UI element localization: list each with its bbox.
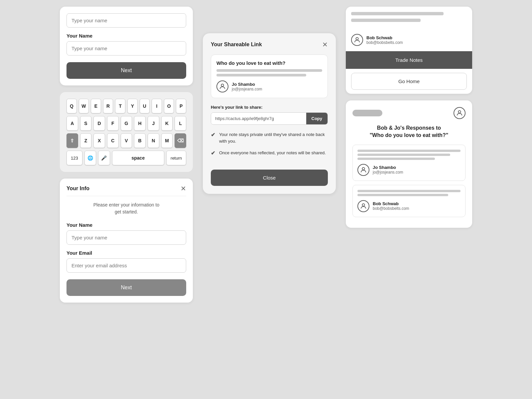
key-d[interactable]: D <box>93 116 105 131</box>
keyboard-card: Q W E R T Y U I O P A S D F G H J K <box>60 92 193 172</box>
column-3: Bob Schwab bob@bobsbelts.com Trade Notes… <box>346 7 472 228</box>
responses-avatar-icon <box>454 107 466 119</box>
info-close-button[interactable]: ✕ <box>181 185 186 192</box>
key-return[interactable]: return <box>166 151 186 165</box>
key-s[interactable]: S <box>80 116 92 131</box>
svg-point-2 <box>458 111 461 113</box>
column-1: Your Name Next Q W E R T Y U I O P A S <box>60 7 193 303</box>
key-k[interactable]: K <box>161 116 173 131</box>
top-input-field[interactable] <box>66 13 186 28</box>
key-f[interactable]: F <box>107 116 119 131</box>
tn-line-1 <box>351 12 444 15</box>
key-r[interactable]: R <box>103 99 113 113</box>
check-item-1: ✔ Your note stays private until they've … <box>211 131 328 144</box>
key-a[interactable]: A <box>66 116 78 131</box>
responses-nav-pill <box>352 110 382 116</box>
key-x[interactable]: X <box>93 133 105 148</box>
checkmark-icon-1: ✔ <box>211 132 215 138</box>
tn-line-2 <box>351 19 421 22</box>
svg-point-3 <box>362 167 364 170</box>
key-c[interactable]: C <box>107 133 119 148</box>
next-button[interactable]: Next <box>66 62 186 79</box>
response-item-2: Bob Schwab bob@bobsbelts.com <box>352 185 466 217</box>
info-subtitle: Please enter your information toget star… <box>66 201 186 215</box>
info-card-header: Your Info ✕ <box>66 185 186 196</box>
preview-avatar <box>216 80 228 92</box>
key-o[interactable]: O <box>164 99 174 113</box>
share-title: Your Shareable Link <box>211 42 262 48</box>
key-backspace[interactable]: ⌫ <box>175 133 186 148</box>
svg-point-4 <box>362 203 364 206</box>
responses-title: Bob & Jo's Responses to"Who do you love … <box>352 124 466 139</box>
tn-user-name: Bob Schwab <box>366 35 403 40</box>
trade-notes-card: Bob Schwab bob@bobsbelts.com Trade Notes… <box>346 7 472 94</box>
key-u[interactable]: U <box>140 99 150 113</box>
key-i[interactable]: I <box>152 99 162 113</box>
key-m[interactable]: M <box>161 133 173 148</box>
trade-notes-top: Bob Schwab bob@bobsbelts.com <box>346 7 472 51</box>
preview-card: Who do you love to eat with? Jo Shambo j… <box>211 55 328 98</box>
key-globe[interactable]: 🌐 <box>84 151 96 165</box>
info-email-label: Your Email <box>66 250 186 256</box>
key-y[interactable]: Y <box>127 99 138 113</box>
checkmark-icon-2: ✔ <box>211 150 215 156</box>
info-name-input[interactable] <box>66 230 186 245</box>
svg-point-0 <box>221 84 223 86</box>
close-button[interactable]: Close <box>211 170 328 186</box>
ri2-user-email: bob@bobsbelts.com <box>373 206 409 211</box>
copy-button[interactable]: Copy <box>306 113 328 124</box>
share-close-button[interactable]: ✕ <box>322 41 328 48</box>
key-v[interactable]: V <box>121 133 132 148</box>
check-item-2: ✔ Once everyone has reflected, your note… <box>211 150 328 156</box>
ri2-avatar-row: Bob Schwab bob@bobsbelts.com <box>357 200 461 212</box>
keyboard-row-4: 123 🌐 🎤 space return <box>66 151 186 165</box>
checklist: ✔ Your note stays private until they've … <box>211 131 328 156</box>
info-name-label: Your Name <box>66 222 186 228</box>
go-home-button[interactable]: Go Home <box>351 73 467 90</box>
preview-question: Who do you love to eat with? <box>216 60 322 66</box>
key-b[interactable]: B <box>134 133 146 148</box>
key-g[interactable]: G <box>121 116 132 131</box>
ri2-avatar <box>357 200 369 212</box>
svg-point-1 <box>356 38 358 40</box>
keyboard-row-3: ⇧ Z X C V B N M ⌫ <box>66 133 186 148</box>
preview-user-info: Jo Shambo jo@josjeans.com <box>232 82 262 91</box>
preview-user-name: Jo Shambo <box>232 82 262 87</box>
ri2-line-1 <box>357 190 461 192</box>
key-shift[interactable]: ⇧ <box>66 133 78 148</box>
key-space[interactable]: space <box>112 151 164 165</box>
key-w[interactable]: W <box>79 99 89 113</box>
key-123[interactable]: 123 <box>66 151 82 165</box>
info-card-title: Your Info <box>66 186 89 192</box>
ri1-avatar <box>357 164 369 176</box>
name-input[interactable] <box>66 41 186 56</box>
key-h[interactable]: H <box>134 116 146 131</box>
tn-user-email: bob@bobsbelts.com <box>366 40 403 45</box>
column-2: Your Shareable Link ✕ Who do you love to… <box>203 33 336 194</box>
info-submit-button[interactable]: Next <box>66 279 186 296</box>
key-n[interactable]: N <box>148 133 159 148</box>
trade-notes-button[interactable]: Trade Notes <box>346 51 472 69</box>
ri1-line-2 <box>357 154 450 156</box>
key-e[interactable]: E <box>91 99 101 113</box>
key-z[interactable]: Z <box>80 133 92 148</box>
key-l[interactable]: L <box>175 116 186 131</box>
ri1-user-name: Jo Shambo <box>373 165 403 170</box>
tn-user-info: Bob Schwab bob@bobsbelts.com <box>366 35 403 45</box>
key-q[interactable]: Q <box>66 99 77 113</box>
your-name-label: Your Name <box>66 33 186 39</box>
keyboard: Q W E R T Y U I O P A S D F G H J K <box>66 99 186 165</box>
key-mic[interactable]: 🎤 <box>98 151 110 165</box>
name-entry-card: Your Name Next <box>60 7 193 85</box>
key-p[interactable]: P <box>176 99 186 113</box>
link-input[interactable] <box>211 113 306 124</box>
keyboard-row-1: Q W E R T Y U I O P <box>66 99 186 113</box>
key-j[interactable]: J <box>148 116 159 131</box>
link-row: Copy <box>211 112 328 125</box>
key-t[interactable]: T <box>115 99 125 113</box>
tn-avatar-row: Bob Schwab bob@bobsbelts.com <box>351 34 467 46</box>
preview-avatar-row: Jo Shambo jo@josjeans.com <box>216 80 322 92</box>
responses-card: Bob & Jo's Responses to"Who do you love … <box>346 100 472 228</box>
info-email-input[interactable] <box>66 258 186 273</box>
ri1-line-1 <box>357 150 461 152</box>
